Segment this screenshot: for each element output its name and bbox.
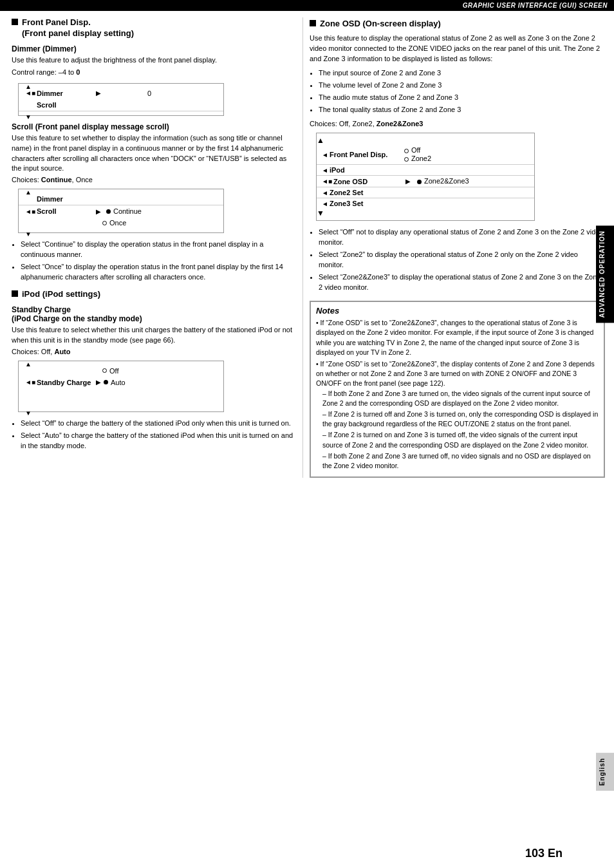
zone2-option-1: Zone2	[404, 155, 431, 162]
zone-osd-options: Zone2&Zone3	[417, 177, 469, 185]
zone23-radio-icon	[417, 180, 422, 184]
menu-arrow-bottom-icon: ▼	[25, 113, 32, 120]
scroll-dimmer-row: ◄■ Dimmer	[19, 193, 223, 205]
standby-bullet-list: Select “Off” to charge the battery of th…	[21, 419, 293, 451]
zone-bullet-2: The volume level of Zone 2 and Zone 3	[319, 80, 605, 91]
scroll-label-1: Scroll	[37, 101, 95, 109]
zone-osd-bullet-2: Select “Zone2” to display the operationa…	[319, 250, 605, 270]
menu-arrow-top-icon: ▲	[25, 83, 32, 90]
continue-option-label: Continue	[113, 207, 142, 215]
standby-right-arrow-icon: ▶	[96, 379, 101, 386]
notes-sub-1: – If both Zone 2 and Zone 3 are turned o…	[322, 389, 599, 408]
zone-osd-row: ◄■ Zone OSD ▶ Zone2&Zone3	[317, 175, 534, 187]
dimmer-row: ◄■ Dimmer ▶ 0	[19, 88, 223, 99]
scroll-right-arrow-icon: ▶	[96, 208, 101, 215]
ipod-bullet-icon	[12, 290, 18, 297]
ipod-left-arrow-icon: ◄	[322, 167, 328, 174]
zone-osd-left-arrow-icon: ◄■	[322, 178, 332, 185]
standby-bullet-2: Select “Auto” to charge the battery of t…	[21, 431, 293, 451]
zone-menu-diagram: ▲ ◄ Front Panel Disp. Off Zone2	[316, 133, 535, 221]
dimmer-control-range: Control range: –4 to 0	[12, 68, 293, 78]
once-option-label: Once	[109, 219, 126, 227]
left-column: Front Panel Disp. (Front panel display s…	[0, 17, 302, 478]
standby-body: Use this feature to select whether this …	[12, 325, 293, 346]
fp-off-radio-icon	[404, 149, 409, 153]
standby-left-arrow-icon: ◄■	[25, 379, 35, 386]
zone-bullet-4: The tonal quality status of Zone 2 and Z…	[319, 105, 605, 115]
spacer2-icon: ◄■	[25, 196, 35, 203]
ipod-section: iPod (iPod settings) Standby Charge (iPo…	[12, 289, 293, 451]
notes-item-1: • If “Zone OSD” is set to “Zone2&Zone3”,…	[316, 318, 599, 357]
scroll-menu-diagram: ▲ ◄■ Dimmer ◄■ Scroll ▶ Continue Once ▼	[18, 189, 224, 233]
scroll-choices: Choices: Continue, Once	[12, 176, 293, 184]
zone-osd-bullet-3: Select “Zone2&Zone3” to display the oper…	[319, 272, 605, 293]
standby-off-row: Off	[19, 365, 223, 377]
off-option-label: Off	[109, 367, 118, 375]
dimmer-value: 0	[147, 90, 151, 97]
scroll-menu-arrow-bottom: ▼	[25, 231, 32, 238]
scroll-subheading: Scroll (Front panel display message scro…	[12, 122, 293, 131]
zone-bullet-list: The input source of Zone 2 and Zone 3 Th…	[319, 68, 605, 115]
zone-section: Zone OSD (On-screen display) Use this fe…	[310, 19, 605, 478]
notes-sub-4: – If both Zone 2 and Zone 3 are turned o…	[322, 451, 599, 471]
main-content: Front Panel Disp. (Front panel display s…	[0, 11, 614, 478]
standby-arrow-bottom: ▼	[25, 410, 32, 417]
auto-radio-icon	[104, 380, 108, 384]
zone-osd-body1: Use this feature to display the operatio…	[310, 33, 605, 64]
dimmer-body1: Use this feature to adjust the brightnes…	[12, 55, 293, 66]
dimmer-menu-diagram: ▲ ◄■ Dimmer ▶ 0 ◄■ Scroll ▼	[18, 83, 224, 116]
zone-choices: Choices: Off, Zone2, Zone2&Zone3	[310, 120, 605, 127]
fp-zone2-radio-icon	[404, 157, 409, 162]
right-arrow-icon: ▶	[96, 90, 101, 97]
front-panel-disp-row: ◄ Front Panel Disp. Off Zone2	[317, 145, 534, 164]
zone-osd-right-arrow-icon: ▶	[405, 178, 411, 185]
spacer-icon: ◄■	[25, 101, 35, 108]
scroll-bullet-2: Select “Once” to display the operation s…	[21, 262, 293, 283]
zone-osd-bullet-list: Select “Off” not to display any operatio…	[319, 227, 605, 293]
ipod-title: iPod (iPod settings)	[22, 289, 100, 300]
ipod-row: ◄ iPod	[317, 164, 534, 175]
front-panel-heading: Front Panel Disp. (Front panel display s…	[12, 17, 293, 39]
right-column: Zone OSD (On-screen display) Use this fe…	[302, 17, 614, 478]
ipod-menu-label: iPod	[330, 166, 400, 174]
advanced-operation-tab: ADVANCED OPERATION	[596, 225, 614, 323]
zone-bullet-3: The audio mute status of Zone 2 and Zone…	[319, 93, 605, 103]
once-row: Once	[19, 217, 223, 229]
zone-left-arrow-icon: ◄	[322, 151, 328, 158]
zone-osd-title: Zone OSD (On-screen display)	[320, 19, 441, 30]
notes-box: Notes • If “Zone OSD” is set to “Zone2&Z…	[310, 301, 605, 478]
off-option: Off	[404, 146, 431, 154]
page: GRAPHIC USER INTERFACE (GUI) SCREEN Fron…	[0, 0, 614, 868]
zone-bullet-icon	[310, 20, 316, 26]
scroll-dimmer-label: Dimmer	[37, 195, 95, 203]
continue-radio-icon	[106, 209, 111, 214]
standby-choices: Choices: Off, Auto	[12, 348, 293, 355]
front-panel-disp-label: Front Panel Disp.	[330, 151, 400, 158]
scroll-bullet-list: Select “Continue” to display the operati…	[21, 240, 293, 283]
zone2-set-row: ◄ Zone2 Set	[317, 187, 534, 198]
zone-arrow-top: ▲	[317, 136, 534, 145]
standby-menu-diagram: ▲ Off ◄■ Standby Charge ▶ Auto ▼	[18, 361, 224, 412]
zone3-set-label: Zone3 Set	[330, 200, 400, 207]
scroll-menu-arrow-top: ▲	[25, 189, 32, 196]
dimmer-label: Dimmer	[37, 90, 95, 97]
zone3-left-arrow-icon: ◄	[322, 200, 328, 207]
dimmer-subheading: Dimmer (Dimmer)	[12, 44, 293, 53]
zone-osd-bullet-1: Select “Off” not to display any operatio…	[319, 227, 605, 248]
left-arrow-icon: ◄■	[25, 90, 35, 97]
front-panel-options: Off Zone2	[404, 146, 431, 163]
zone-osd-heading: Zone OSD (On-screen display)	[310, 19, 605, 30]
standby-charge-label: Standby Charge	[37, 379, 95, 386]
standby-subheading: Standby Charge (iPod Charge on the stand…	[12, 305, 293, 323]
standby-arrow-top: ▲	[25, 361, 32, 368]
once-radio-icon	[102, 221, 107, 225]
notes-sub-2: – If Zone 2 is turned off and Zone 3 is …	[322, 410, 599, 429]
scroll-left-arrow-icon: ◄■	[25, 208, 35, 215]
zone23-option: Zone2&Zone3	[417, 177, 469, 185]
off-radio-icon	[102, 368, 107, 373]
zone2-set-label: Zone2 Set	[330, 189, 400, 196]
scroll-body: Use this feature to set whether to displ…	[12, 133, 293, 175]
header-title: GRAPHIC USER INTERFACE (GUI) SCREEN	[463, 2, 608, 9]
scroll-row-1: ◄■ Scroll	[19, 99, 223, 111]
zone-bullet-1: The input source of Zone 2 and Zone 3	[319, 68, 605, 79]
